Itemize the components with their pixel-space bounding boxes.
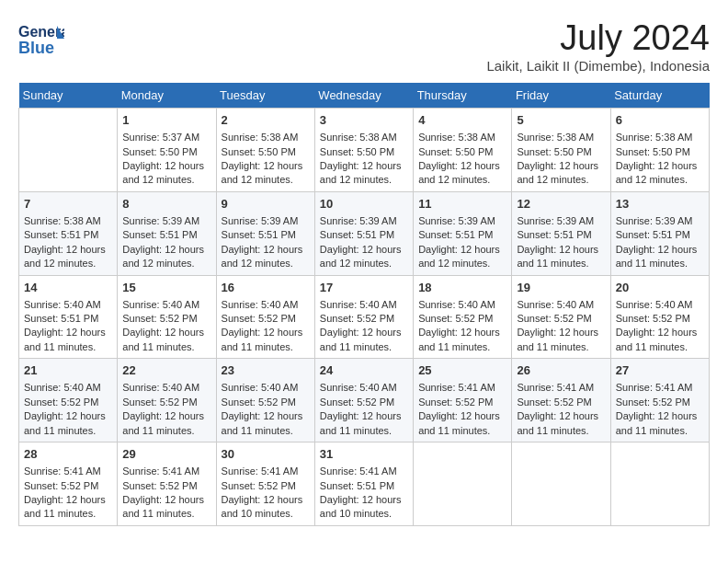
- subtitle: Laikit, Laikit II (Dimembe), Indonesia: [486, 58, 710, 74]
- day-info: Daylight: 12 hours: [222, 243, 310, 257]
- day-info: Sunrise: 5:41 AM: [320, 465, 408, 478]
- calendar-cell: 29Sunrise: 5:41 AMSunset: 5:52 PMDayligh…: [118, 442, 216, 526]
- day-info: Daylight: 12 hours: [418, 159, 506, 173]
- day-info: Sunset: 5:51 PM: [616, 228, 704, 242]
- day-info: Sunrise: 5:39 AM: [616, 214, 704, 228]
- day-info: Sunrise: 5:39 AM: [517, 214, 605, 228]
- calendar-cell: 7Sunrise: 5:38 AMSunset: 5:51 PMDaylight…: [19, 191, 118, 275]
- logo: General Blue: [18, 18, 68, 60]
- day-info: Sunrise: 5:39 AM: [122, 214, 210, 228]
- calendar-cell: 25Sunrise: 5:41 AMSunset: 5:52 PMDayligh…: [414, 359, 512, 442]
- day-info: Daylight: 12 hours: [222, 159, 310, 173]
- day-info: Sunrise: 5:40 AM: [616, 298, 704, 312]
- week-row-5: 28Sunrise: 5:41 AMSunset: 5:52 PMDayligh…: [19, 442, 710, 526]
- day-info: Sunset: 5:52 PM: [616, 312, 704, 326]
- day-info: Daylight: 12 hours: [616, 409, 704, 423]
- day-info: and 11 minutes.: [320, 424, 408, 438]
- calendar-cell: 4Sunrise: 5:38 AMSunset: 5:50 PMDaylight…: [414, 109, 512, 192]
- calendar-cell: 13Sunrise: 5:39 AMSunset: 5:51 PMDayligh…: [610, 191, 709, 275]
- svg-text:Blue: Blue: [18, 39, 54, 57]
- day-info: Sunrise: 5:37 AM: [122, 131, 210, 144]
- calendar-cell: 28Sunrise: 5:41 AMSunset: 5:52 PMDayligh…: [19, 442, 118, 526]
- day-number: 17: [320, 280, 408, 296]
- day-info: and 12 minutes.: [616, 173, 704, 187]
- day-info: Sunrise: 5:41 AM: [616, 381, 704, 395]
- day-info: Sunrise: 5:41 AM: [517, 381, 605, 395]
- day-info: Sunset: 5:51 PM: [517, 228, 605, 242]
- calendar-cell: 21Sunrise: 5:40 AMSunset: 5:52 PMDayligh…: [19, 359, 118, 442]
- day-info: Sunset: 5:52 PM: [616, 396, 704, 409]
- column-header-wednesday: Wednesday: [314, 83, 413, 109]
- day-info: Daylight: 12 hours: [517, 159, 605, 173]
- day-info: Sunrise: 5:40 AM: [222, 381, 310, 395]
- day-info: Sunset: 5:52 PM: [24, 479, 112, 493]
- day-info: Sunrise: 5:38 AM: [24, 214, 112, 228]
- day-number: 13: [616, 196, 704, 213]
- day-info: Sunrise: 5:38 AM: [418, 131, 506, 144]
- day-info: and 11 minutes.: [418, 340, 506, 354]
- day-info: Sunset: 5:52 PM: [517, 396, 605, 409]
- day-info: Sunrise: 5:41 AM: [24, 465, 112, 478]
- day-info: and 12 minutes.: [418, 257, 506, 270]
- day-info: Sunset: 5:52 PM: [320, 312, 408, 326]
- day-info: and 11 minutes.: [616, 340, 704, 354]
- day-info: Daylight: 12 hours: [320, 493, 408, 507]
- day-number: 4: [418, 112, 506, 129]
- day-number: 7: [24, 196, 112, 213]
- calendar-cell: 27Sunrise: 5:41 AMSunset: 5:52 PMDayligh…: [610, 359, 709, 442]
- calendar-cell: [512, 442, 610, 526]
- calendar-cell: 17Sunrise: 5:40 AMSunset: 5:52 PMDayligh…: [314, 275, 413, 359]
- day-number: 2: [222, 112, 310, 129]
- calendar-cell: 18Sunrise: 5:40 AMSunset: 5:52 PMDayligh…: [414, 275, 512, 359]
- day-info: Sunrise: 5:40 AM: [24, 298, 112, 312]
- header: General Blue July 2024 Laikit, Laikit II…: [18, 18, 710, 74]
- calendar-cell: 6Sunrise: 5:38 AMSunset: 5:50 PMDaylight…: [610, 109, 709, 192]
- day-info: Daylight: 12 hours: [517, 243, 605, 257]
- day-info: Daylight: 12 hours: [24, 326, 112, 339]
- day-info: Sunset: 5:51 PM: [418, 228, 506, 242]
- day-info: and 12 minutes.: [320, 257, 408, 270]
- calendar-cell: 30Sunrise: 5:41 AMSunset: 5:52 PMDayligh…: [216, 442, 314, 526]
- calendar-cell: 19Sunrise: 5:40 AMSunset: 5:52 PMDayligh…: [512, 275, 610, 359]
- day-info: Daylight: 12 hours: [616, 243, 704, 257]
- day-number: 18: [418, 280, 506, 296]
- day-number: 1: [122, 112, 210, 129]
- main-title: July 2024: [486, 18, 710, 58]
- day-number: 9: [222, 196, 310, 213]
- day-info: Daylight: 12 hours: [122, 159, 210, 173]
- day-number: 29: [122, 446, 210, 463]
- calendar-cell: 5Sunrise: 5:38 AMSunset: 5:50 PMDaylight…: [512, 109, 610, 192]
- day-info: Sunset: 5:52 PM: [122, 312, 210, 326]
- day-info: Daylight: 12 hours: [24, 243, 112, 257]
- column-header-friday: Friday: [512, 83, 610, 109]
- day-info: and 11 minutes.: [122, 340, 210, 354]
- day-number: 22: [122, 362, 210, 379]
- week-row-2: 7Sunrise: 5:38 AMSunset: 5:51 PMDaylight…: [19, 191, 710, 275]
- day-info: and 11 minutes.: [517, 424, 605, 438]
- day-info: Daylight: 12 hours: [320, 326, 408, 339]
- day-info: and 11 minutes.: [24, 340, 112, 354]
- calendar-cell: 23Sunrise: 5:40 AMSunset: 5:52 PMDayligh…: [216, 359, 314, 442]
- week-row-1: 1Sunrise: 5:37 AMSunset: 5:50 PMDaylight…: [19, 109, 710, 192]
- day-info: Sunset: 5:52 PM: [122, 396, 210, 409]
- day-number: 16: [222, 280, 310, 296]
- calendar-cell: 26Sunrise: 5:41 AMSunset: 5:52 PMDayligh…: [512, 359, 610, 442]
- day-info: Sunset: 5:52 PM: [122, 479, 210, 493]
- day-info: Sunrise: 5:38 AM: [222, 131, 310, 144]
- calendar-cell: 20Sunrise: 5:40 AMSunset: 5:52 PMDayligh…: [610, 275, 709, 359]
- week-row-3: 14Sunrise: 5:40 AMSunset: 5:51 PMDayligh…: [19, 275, 710, 359]
- day-info: Daylight: 12 hours: [418, 243, 506, 257]
- day-info: and 11 minutes.: [122, 424, 210, 438]
- column-header-monday: Monday: [118, 83, 216, 109]
- day-info: and 12 minutes.: [320, 173, 408, 187]
- title-area: July 2024 Laikit, Laikit II (Dimembe), I…: [486, 18, 710, 74]
- calendar-cell: [414, 442, 512, 526]
- day-info: Sunset: 5:52 PM: [222, 479, 310, 493]
- day-info: and 11 minutes.: [517, 257, 605, 270]
- day-info: Daylight: 12 hours: [24, 409, 112, 423]
- day-info: Daylight: 12 hours: [320, 409, 408, 423]
- calendar-cell: 9Sunrise: 5:39 AMSunset: 5:51 PMDaylight…: [216, 191, 314, 275]
- calendar-cell: 14Sunrise: 5:40 AMSunset: 5:51 PMDayligh…: [19, 275, 118, 359]
- day-info: and 12 minutes.: [122, 257, 210, 270]
- day-number: 28: [24, 446, 112, 463]
